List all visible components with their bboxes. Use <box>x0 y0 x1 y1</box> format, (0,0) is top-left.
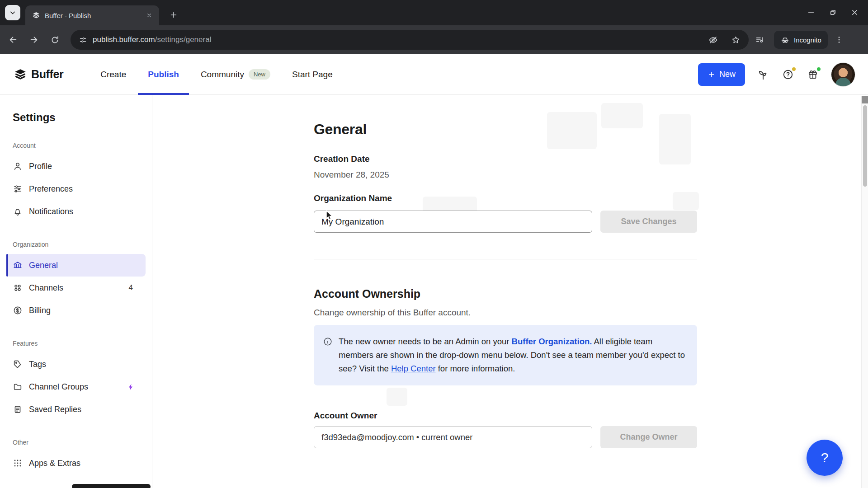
lightning-bolt-icon <box>127 383 135 391</box>
page-title: General <box>314 121 697 138</box>
user-avatar[interactable] <box>831 62 855 87</box>
forward-arrow-icon <box>29 35 39 45</box>
floating-help-button[interactable]: ? <box>807 440 843 476</box>
incognito-label: Incognito <box>794 36 821 44</box>
help-icon[interactable] <box>781 68 795 81</box>
new-badge: New <box>249 69 270 80</box>
account-owner-input[interactable] <box>314 426 592 448</box>
page-scrollbar[interactable] <box>861 96 868 488</box>
question-mark-icon: ? <box>821 450 829 465</box>
incognito-badge[interactable]: Incognito <box>774 31 828 49</box>
section-label-features: Features <box>13 340 152 347</box>
creation-date-label: Creation Date <box>314 154 697 164</box>
brand-name: Buffer <box>31 68 63 81</box>
section-label-organization: Organization <box>13 241 152 248</box>
change-owner-button[interactable]: Change Owner <box>600 426 697 448</box>
buffer-favicon-icon <box>32 11 40 19</box>
three-dots-icon <box>835 35 844 44</box>
sidebar-item-billing[interactable]: Billing <box>6 299 146 322</box>
app-header: Buffer Create Publish CommunityNew Start… <box>0 54 868 95</box>
window-close-button[interactable] <box>844 2 865 23</box>
sidebar-item-channel-groups[interactable]: Channel Groups <box>6 375 146 398</box>
tab-search-button[interactable] <box>5 5 20 20</box>
notification-dot <box>791 66 797 72</box>
sidebar-item-apps-extras[interactable]: Apps & Extras <box>6 452 146 474</box>
sidebar-item-channels[interactable]: Channels 4 <box>6 277 146 299</box>
new-post-button[interactable]: New <box>698 63 745 86</box>
account-ownership-subtitle: Change ownership of this Buffer account. <box>314 308 697 318</box>
window-restore-button[interactable] <box>822 2 844 23</box>
tab-title: Buffer - Publish <box>45 12 139 19</box>
section-label-account: Account <box>13 142 152 149</box>
section-label-other: Other <box>13 439 152 446</box>
tab-close-icon[interactable] <box>144 10 155 21</box>
plus-icon <box>169 10 178 19</box>
building-icon <box>13 260 23 270</box>
sidebar-item-saved-replies[interactable]: Saved Replies <box>6 398 146 421</box>
browser-toolbar: publish.buffer.com/settings/general Inco… <box>0 25 868 54</box>
sliders-icon <box>13 184 23 194</box>
sidebar-item-tags[interactable]: Tags <box>6 353 146 375</box>
bookmark-star-icon[interactable] <box>727 31 744 48</box>
eye-off-icon[interactable] <box>704 31 722 48</box>
forward-button[interactable] <box>24 30 43 49</box>
browser-tab-strip: Buffer - Publish <box>0 0 868 25</box>
buffer-logo-icon <box>14 68 27 81</box>
reload-button[interactable] <box>45 30 64 49</box>
primary-nav: Create Publish CommunityNew Start Page <box>90 54 344 94</box>
growth-plant-icon[interactable] <box>756 68 770 81</box>
dollar-icon <box>13 305 23 315</box>
sidebar-title: Settings <box>13 111 152 124</box>
header-actions: New <box>698 54 868 94</box>
note-icon <box>13 404 23 414</box>
new-tab-button[interactable] <box>166 8 181 22</box>
plus-icon <box>708 70 716 79</box>
url-text: publish.buffer.com/settings/general <box>93 35 211 44</box>
reload-icon <box>50 35 60 45</box>
save-changes-button[interactable]: Save Changes <box>600 211 697 233</box>
sidebar-item-preferences[interactable]: Preferences <box>6 178 146 200</box>
sidebar-item-notifications[interactable]: Notifications <box>6 200 146 223</box>
sidebar-item-profile[interactable]: Profile <box>6 155 146 178</box>
person-icon <box>13 161 23 171</box>
url-bar[interactable]: publish.buffer.com/settings/general <box>71 30 749 50</box>
tag-icon <box>13 359 23 369</box>
back-arrow-icon <box>8 35 18 45</box>
incognito-icon <box>780 35 790 45</box>
section-divider <box>314 259 697 259</box>
back-button[interactable] <box>4 30 23 49</box>
media-controls-icon[interactable] <box>750 30 769 49</box>
scrollbar-cap <box>862 96 868 103</box>
restore-icon <box>829 8 837 17</box>
buffer-logo[interactable]: Buffer <box>14 54 63 94</box>
nav-community[interactable]: CommunityNew <box>190 54 281 94</box>
settings-main-panel: General Creation Date November 28, 2025 … <box>153 95 868 488</box>
window-controls <box>800 1 865 23</box>
ownership-info-text: The new owner needs to be an Admin on yo… <box>339 335 686 375</box>
creation-date-value: November 28, 2025 <box>314 170 697 180</box>
help-center-link[interactable]: Help Center <box>391 364 436 373</box>
apps-grid-icon <box>13 458 23 468</box>
ownership-info-box: The new owner needs to be an Admin on yo… <box>314 325 697 385</box>
browser-menu-button[interactable] <box>830 30 849 49</box>
browser-tab[interactable]: Buffer - Publish <box>25 5 159 25</box>
chevron-down-icon <box>8 8 17 17</box>
notification-dot <box>816 66 821 72</box>
gift-icon[interactable] <box>806 68 820 81</box>
organization-name-label: Organization Name <box>314 193 697 203</box>
organization-name-input[interactable] <box>314 211 592 233</box>
nav-publish[interactable]: Publish <box>137 54 190 94</box>
minimize-icon <box>807 8 816 17</box>
sidebar-item-general[interactable]: General <box>6 254 146 277</box>
close-icon <box>850 8 859 17</box>
site-info-icon[interactable] <box>79 36 87 44</box>
nav-create[interactable]: Create <box>90 54 137 94</box>
buffer-organization-link[interactable]: Buffer Organization. <box>512 337 592 346</box>
folder-icon <box>13 382 23 392</box>
channels-grid-icon <box>13 283 23 293</box>
window-minimize-button[interactable] <box>800 2 822 23</box>
channels-count-badge: 4 <box>129 283 133 292</box>
nav-start-page[interactable]: Start Page <box>281 54 344 94</box>
scrollbar-thumb[interactable] <box>863 105 867 187</box>
account-owner-label: Account Owner <box>314 411 697 421</box>
